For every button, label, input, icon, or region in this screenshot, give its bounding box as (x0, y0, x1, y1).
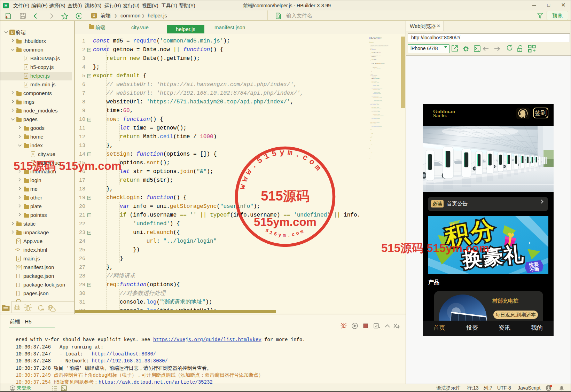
svg-text:515ym.com: 515ym.com (254, 215, 316, 228)
svg-text:515源码: 515源码 (261, 189, 309, 203)
svg-text:515ym.com: 515ym.com (264, 228, 306, 238)
